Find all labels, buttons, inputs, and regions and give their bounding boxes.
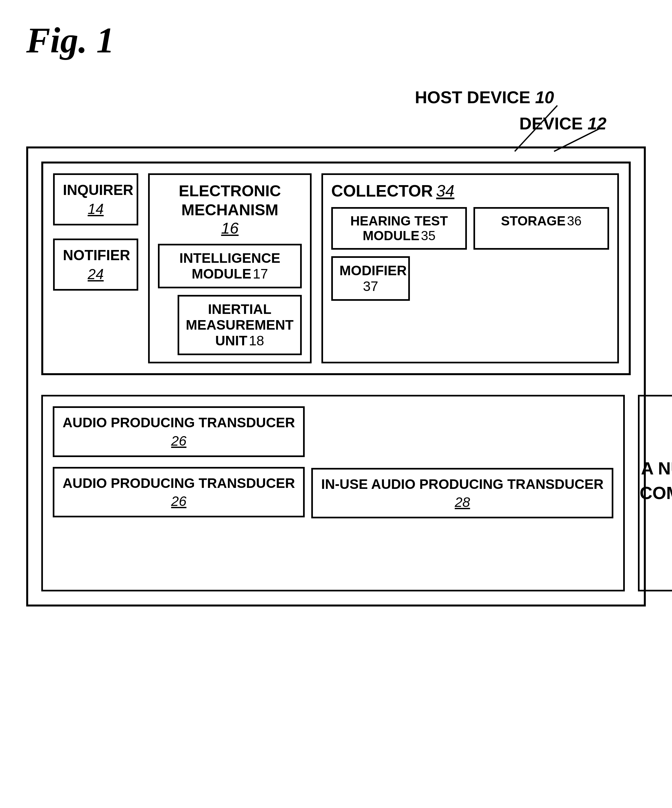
page: Fig. 1 HOST DEVICE 10 DEVICE 12 INQUIRER… xyxy=(0,0,672,808)
labels-area: HOST DEVICE 10 DEVICE 12 xyxy=(26,87,646,147)
hearing-test-num: 35 xyxy=(421,229,436,243)
in-use-audio-box: IN-USE AUDIO PRODUCING TRANSDUCER 28 xyxy=(311,468,614,518)
audio-left-col: AUDIO PRODUCING TRANSDUCER 26 AUDIO PROD… xyxy=(53,406,305,580)
host-device-label: HOST DEVICE 10 xyxy=(415,87,554,107)
collector-col: COLLECTOR 34 HEARING TEST MODULE 35 STOR… xyxy=(322,173,619,363)
collector-title-row: COLLECTOR 34 xyxy=(331,182,609,200)
electronic-mechanism-col: ELECTRONIC MECHANISM 16 INTELLIGENCE MOD… xyxy=(148,173,312,363)
inertial-measurement-num: 18 xyxy=(249,333,264,348)
bottom-section: AUDIO PRODUCING TRANSDUCER 26 AUDIO PROD… xyxy=(41,395,631,591)
notifier-label: NOTIFIER xyxy=(63,247,130,263)
audio-transducer-2-box: AUDIO PRODUCING TRANSDUCER 26 xyxy=(53,467,305,518)
top-section: INQUIRER 14 NOTIFIER 24 ELECTRONIC MECHA… xyxy=(41,162,631,375)
storage-box: STORAGE 36 xyxy=(474,207,609,250)
intelligence-module-num: 17 xyxy=(253,266,268,282)
components-box: A NUMBER OF COMPONENTS 11 xyxy=(638,395,672,591)
inquirer-label: INQUIRER xyxy=(63,182,133,198)
collector-num: 34 xyxy=(436,182,454,200)
audio-right-col: IN-USE AUDIO PRODUCING TRANSDUCER 28 xyxy=(311,406,614,580)
inertial-measurement-label: INERTIAL MEASUREMENT UNIT xyxy=(186,301,293,348)
inertial-measurement-box: INERTIAL MEASUREMENT UNIT 18 xyxy=(178,295,302,355)
elec-mechanism-num: 16 xyxy=(158,219,302,237)
device-outer-box: INQUIRER 14 NOTIFIER 24 ELECTRONIC MECHA… xyxy=(26,147,646,606)
fig-title: Fig. 1 xyxy=(26,20,646,61)
elec-mechanism-label: ELECTRONIC MECHANISM xyxy=(158,182,302,219)
inquirer-num: 14 xyxy=(63,201,128,217)
modifier-num: 37 xyxy=(363,279,379,294)
audio-transducer-1-label: AUDIO PRODUCING TRANSDUCER xyxy=(63,415,295,430)
modifier-label: MODIFIER xyxy=(339,263,407,278)
storage-label: STORAGE xyxy=(501,214,565,228)
notifier-num: 24 xyxy=(63,266,128,282)
inquirer-box: INQUIRER 14 xyxy=(53,173,138,225)
audio-transducer-2-num: 26 xyxy=(63,493,295,509)
audio-transducer-1-box: AUDIO PRODUCING TRANSDUCER 26 xyxy=(53,406,305,457)
audio-transducer-2-label: AUDIO PRODUCING TRANSDUCER xyxy=(63,476,295,491)
in-use-audio-label: IN-USE AUDIO PRODUCING TRANSDUCER xyxy=(321,476,604,492)
audio-transducer-1-num: 26 xyxy=(63,433,295,449)
components-label: A NUMBER OF COMPONENTS 11 xyxy=(640,456,672,531)
notifier-box: NOTIFIER 24 xyxy=(53,239,138,290)
intelligence-module-box: INTELLIGENCE MODULE 17 xyxy=(158,244,302,288)
audio-group-box: AUDIO PRODUCING TRANSDUCER 26 AUDIO PROD… xyxy=(41,395,625,591)
device-label: DEVICE 12 xyxy=(519,114,607,134)
storage-num: 36 xyxy=(567,214,582,228)
left-col: INQUIRER 14 NOTIFIER 24 xyxy=(53,173,138,363)
modifier-box: MODIFIER 37 xyxy=(331,256,410,301)
hearing-test-box: HEARING TEST MODULE 35 xyxy=(331,207,467,250)
collector-inner: HEARING TEST MODULE 35 STORAGE 36 xyxy=(331,207,609,250)
in-use-audio-num: 28 xyxy=(321,494,604,510)
collector-label: COLLECTOR xyxy=(331,182,433,200)
